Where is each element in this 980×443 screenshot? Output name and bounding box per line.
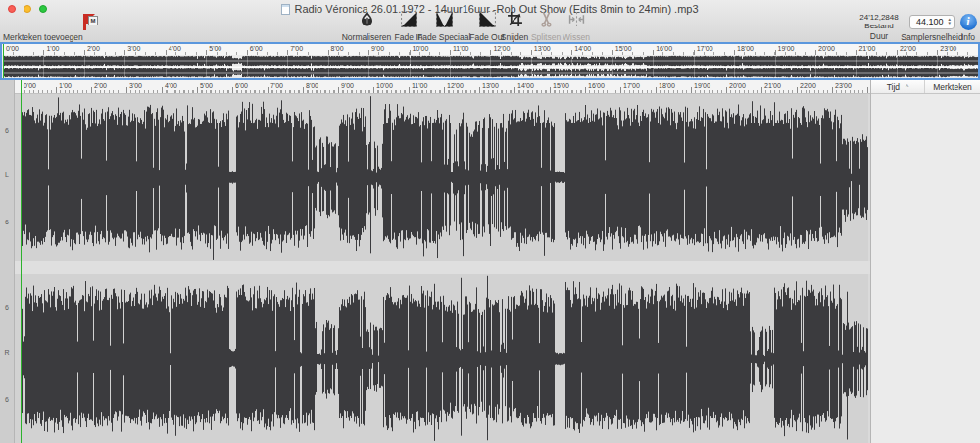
markers-panel: Tijd ^ Merkteken xyxy=(870,80,980,443)
ruler-tick: 19'00 xyxy=(691,87,692,93)
scale-label-top-right: 6 xyxy=(0,304,14,311)
ruler-tick: 22'00 xyxy=(797,87,798,93)
ruler-tick: 23'00 xyxy=(832,87,833,93)
erase-icon xyxy=(568,11,585,31)
fade-out-icon xyxy=(479,11,496,31)
info-icon: i xyxy=(960,14,977,30)
ruler-tick: 20'00 xyxy=(726,87,727,93)
markers-panel-header: Tijd ^ Merkteken xyxy=(871,80,980,94)
time-header-label: Tijd xyxy=(887,82,900,92)
ruler-tick: 21'00 xyxy=(761,87,762,93)
channel-left-waveform[interactable] xyxy=(15,94,870,261)
marker-column-header[interactable]: Merkteken xyxy=(925,80,980,93)
cut-label: Snijden xyxy=(498,32,531,42)
overview-playhead[interactable] xyxy=(3,44,4,78)
split-icon xyxy=(538,11,555,31)
ruler-tick: 10'00 xyxy=(373,87,374,93)
ruler-tick: 8'00 xyxy=(303,87,304,93)
erase-button: Wissen xyxy=(561,12,592,42)
ruler-tick: 13'00 xyxy=(479,87,480,93)
window-titlebar: Radio Véronica 26.01.1972 - 14uur16uur -… xyxy=(0,0,980,43)
amplitude-gutter: 6 L 6 6 R 6 xyxy=(0,80,15,443)
cut-icon xyxy=(507,11,523,31)
sample-rate-field[interactable]: 44,100 ▲▼ xyxy=(909,15,955,29)
fade-in-icon xyxy=(401,11,417,31)
normalize-label: Normaliseren xyxy=(338,32,395,42)
normalize-button[interactable]: Normaliseren xyxy=(338,12,395,42)
ruler-tick: 1'00 xyxy=(56,87,57,93)
ruler-tick: 6'00 xyxy=(232,87,233,93)
cut-button[interactable]: Snijden xyxy=(498,12,531,42)
ruler-tick: 24'00 xyxy=(867,87,868,93)
info-label: Info xyxy=(955,32,980,42)
main-ruler[interactable]: 0'001'002'003'004'005'006'007'008'009'00… xyxy=(15,80,870,94)
overview-ruler[interactable]: 0'001'002'003'004'005'006'007'008'009'00… xyxy=(2,44,978,55)
normalize-icon xyxy=(359,11,375,31)
ruler-tick: 12'00 xyxy=(444,87,445,93)
channel-right-label: R xyxy=(0,349,14,356)
channel-left-label: L xyxy=(0,172,14,178)
playhead[interactable] xyxy=(21,80,22,443)
sort-ascending-icon: ^ xyxy=(906,83,908,90)
fade-special-button[interactable]: Fade Speciaal xyxy=(417,12,470,42)
scale-label-bottom-left: 6 xyxy=(0,219,14,225)
main-ruler-minor-ticks xyxy=(21,90,870,93)
ruler-tick: 4'00 xyxy=(162,87,163,93)
sample-rate-value: 44,100 xyxy=(916,17,944,26)
ruler-tick: 14'00 xyxy=(514,87,515,93)
scale-label-bottom-right: 6 xyxy=(0,396,14,403)
ruler-tick: 3'00 xyxy=(126,87,127,93)
time-column-header[interactable]: Tijd ^ xyxy=(871,80,925,93)
add-marker-label: Merkteken toevoegen xyxy=(0,32,100,42)
document-icon xyxy=(281,4,290,15)
stepper-icon[interactable]: ▲▼ xyxy=(948,18,952,25)
overview-waveform[interactable] xyxy=(2,55,978,78)
add-marker-button[interactable]: M Merkteken toevoegen xyxy=(0,12,100,42)
channel-right-waveform[interactable] xyxy=(15,274,870,443)
scale-label-top-left: 6 xyxy=(0,127,14,134)
fade-special-icon xyxy=(436,11,453,31)
ruler-tick: 17'00 xyxy=(620,87,621,93)
ruler-tick: 15'00 xyxy=(550,87,551,93)
channel-divider xyxy=(15,261,870,274)
overview-strip[interactable]: 0'001'002'003'004'005'006'007'008'009'00… xyxy=(0,42,980,80)
ruler-tick: 9'00 xyxy=(338,87,339,93)
marker-flag-icon: M xyxy=(80,14,100,31)
erase-label: Wissen xyxy=(561,32,592,42)
split-button: Splitsen xyxy=(529,12,563,42)
ruler-tick: 18'00 xyxy=(656,87,657,93)
ruler-tick: 11'00 xyxy=(409,87,410,93)
ruler-tick: 16'00 xyxy=(585,87,586,93)
marker-header-label: Merkteken xyxy=(933,82,972,92)
ruler-tick: 7'00 xyxy=(268,87,269,93)
ruler-tick: 5'00 xyxy=(197,87,198,93)
split-label: Splitsen xyxy=(529,32,563,42)
ruler-tick: 2'00 xyxy=(91,87,92,93)
info-button[interactable]: i Info xyxy=(955,12,980,42)
fade-special-label: Fade Speciaal xyxy=(417,32,470,42)
